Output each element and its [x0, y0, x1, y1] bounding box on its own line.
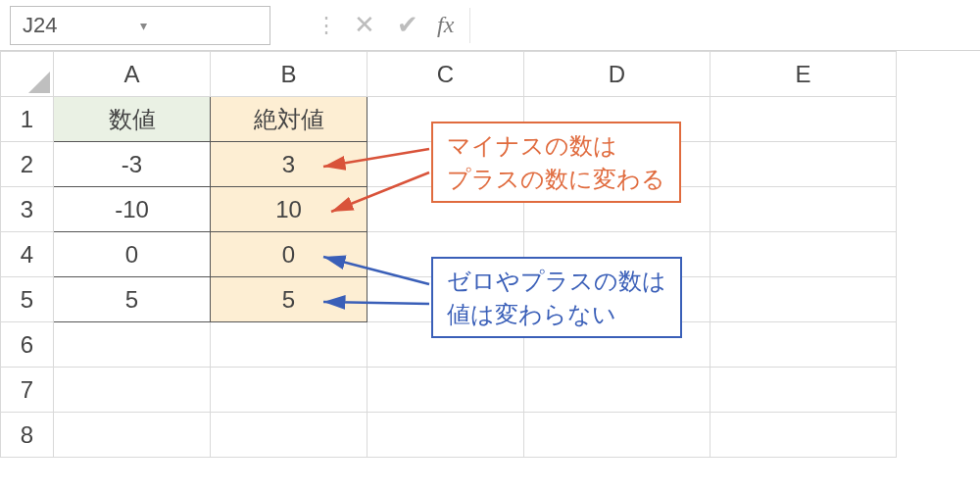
col-header-A[interactable]: A — [54, 52, 211, 97]
cell-B6[interactable] — [211, 322, 368, 368]
name-box[interactable]: J24 ▾ — [10, 6, 270, 45]
spreadsheet-grid[interactable]: A B C D E 1 数値 絶対値 2 -3 3 3 -10 10 4 0 0… — [0, 51, 980, 458]
formula-bar: J24 ▾ ⋮ ✕ ✔ fx — [0, 0, 980, 51]
callout-nonnegative-line1: ゼロやプラスの数は — [447, 265, 666, 298]
row-header-6[interactable]: 6 — [1, 322, 54, 368]
cell-A1[interactable]: 数値 — [54, 97, 211, 142]
callout-nonnegative: ゼロやプラスの数は 値は変わらない — [431, 257, 682, 338]
row-header-3[interactable]: 3 — [1, 187, 54, 232]
cell-C8[interactable] — [368, 413, 524, 458]
cell-B3[interactable]: 10 — [211, 187, 368, 232]
select-all-corner[interactable] — [1, 52, 54, 97]
confirm-icon[interactable]: ✔ — [386, 10, 429, 40]
cell-A6[interactable] — [54, 322, 211, 368]
cell-E1[interactable] — [710, 97, 897, 142]
col-header-D[interactable]: D — [524, 52, 710, 97]
cell-A5[interactable]: 5 — [54, 277, 211, 322]
cell-A8[interactable] — [54, 413, 211, 458]
col-header-E[interactable]: E — [710, 52, 897, 97]
col-header-C[interactable]: C — [368, 52, 524, 97]
cell-B8[interactable] — [211, 413, 368, 458]
formula-bar-handle-icon[interactable]: ⋮ — [310, 13, 343, 38]
name-box-dropdown-icon[interactable]: ▾ — [140, 18, 258, 33]
cell-E2[interactable] — [710, 142, 897, 187]
formula-input[interactable] — [469, 8, 970, 43]
cell-E6[interactable] — [710, 322, 897, 368]
cell-E3[interactable] — [710, 187, 897, 232]
cell-B1[interactable]: 絶対値 — [211, 97, 368, 142]
cell-B7[interactable] — [211, 368, 368, 413]
cell-A7[interactable] — [54, 368, 211, 413]
cell-B5[interactable]: 5 — [211, 277, 368, 322]
fx-icon[interactable]: fx — [429, 12, 462, 38]
row-header-2[interactable]: 2 — [1, 142, 54, 187]
row-header-4[interactable]: 4 — [1, 232, 54, 277]
cell-E4[interactable] — [710, 232, 897, 277]
cell-D7[interactable] — [524, 368, 710, 413]
cell-A3[interactable]: -10 — [54, 187, 211, 232]
row-header-1[interactable]: 1 — [1, 97, 54, 142]
cell-A2[interactable]: -3 — [54, 142, 211, 187]
select-all-triangle-icon — [28, 72, 50, 93]
row-header-7[interactable]: 7 — [1, 368, 54, 413]
row-header-8[interactable]: 8 — [1, 413, 54, 458]
cell-C7[interactable] — [368, 368, 524, 413]
cell-B2[interactable]: 3 — [211, 142, 368, 187]
col-header-B[interactable]: B — [211, 52, 368, 97]
cell-D8[interactable] — [524, 413, 710, 458]
callout-negative-line1: マイナスの数は — [447, 129, 665, 163]
callout-negative-line2: プラスの数に変わる — [447, 163, 665, 196]
row-header-5[interactable]: 5 — [1, 277, 54, 322]
cell-E8[interactable] — [710, 413, 897, 458]
cancel-icon[interactable]: ✕ — [343, 10, 386, 40]
cell-E7[interactable] — [710, 368, 897, 413]
cell-E5[interactable] — [710, 277, 897, 322]
cell-B4[interactable]: 0 — [211, 232, 368, 277]
name-box-value: J24 — [23, 13, 140, 38]
callout-nonnegative-line2: 値は変わらない — [447, 298, 666, 331]
cell-A4[interactable]: 0 — [54, 232, 211, 277]
callout-negative: マイナスの数は プラスの数に変わる — [431, 122, 681, 203]
